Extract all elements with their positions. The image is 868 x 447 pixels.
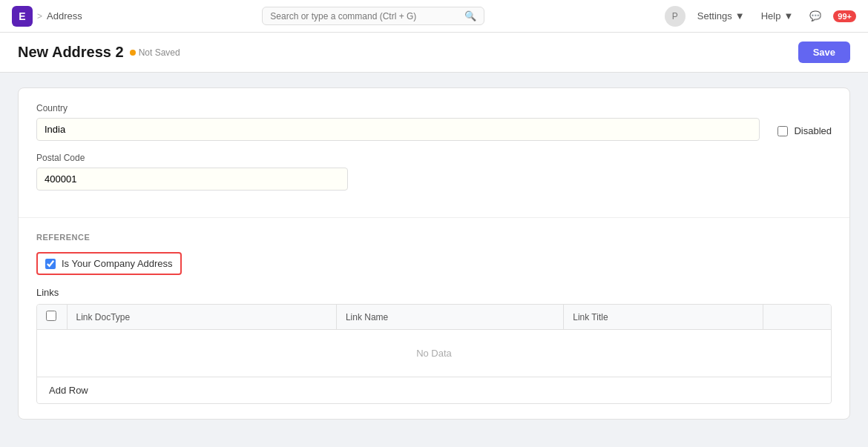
- settings-chevron-icon: ▼: [735, 10, 745, 21]
- navbar-right: P Settings ▼ Help ▼ 💬 99+: [665, 6, 856, 27]
- main-content: Country Disabled Postal Code REFERENCE: [0, 73, 868, 446]
- postal-code-group: Postal Code: [36, 153, 832, 191]
- country-section: Country Disabled Postal Code: [19, 88, 849, 217]
- country-label: Country: [36, 103, 760, 113]
- col-check: [37, 305, 67, 330]
- help-chevron-icon: ▼: [783, 10, 793, 21]
- status-dot: [130, 50, 136, 56]
- no-data-row: No Data: [37, 330, 831, 377]
- postal-code-input[interactable]: [36, 168, 348, 191]
- is-company-address-checkbox[interactable]: [45, 259, 56, 269]
- links-table: Link DocType Link Name Link Title No Dat…: [37, 305, 831, 377]
- form-card: Country Disabled Postal Code REFERENCE: [18, 87, 850, 420]
- breadcrumb[interactable]: Address: [47, 10, 82, 21]
- country-input[interactable]: [36, 118, 760, 141]
- country-row: Country Disabled: [36, 103, 832, 141]
- add-row-button[interactable]: Add Row: [37, 377, 831, 403]
- comments-icon: 💬: [809, 10, 821, 21]
- help-button[interactable]: Help ▼: [757, 7, 798, 24]
- no-data-cell: No Data: [37, 330, 831, 377]
- page-title-row: New Address 2 Not Saved: [18, 44, 180, 61]
- search-bar[interactable]: 🔍: [262, 7, 484, 25]
- app-icon: E: [12, 6, 33, 27]
- search-icon: 🔍: [464, 10, 476, 21]
- navbar-left: E > Address: [12, 6, 82, 27]
- col-extra: [763, 305, 831, 330]
- is-company-address-label: Is Your Company Address: [62, 258, 173, 269]
- navbar-center: 🔍: [82, 7, 665, 25]
- navbar: E > Address 🔍 P Settings ▼ Help ▼ 💬 99+: [0, 0, 868, 33]
- disabled-label: Disabled: [794, 125, 832, 136]
- comments-button[interactable]: 💬: [805, 7, 826, 24]
- status-text: Not Saved: [139, 47, 180, 58]
- disabled-group: Disabled: [777, 103, 832, 141]
- postal-code-row: Postal Code: [36, 153, 832, 191]
- avatar: P: [665, 6, 685, 27]
- table-header-row: Link DocType Link Name Link Title: [37, 305, 831, 330]
- company-address-checkbox-wrapper: Is Your Company Address: [36, 252, 182, 275]
- page-title: New Address 2: [18, 44, 124, 61]
- col-link-title: Link Title: [564, 305, 763, 330]
- col-link-doctype: Link DocType: [67, 305, 336, 330]
- page-header: New Address 2 Not Saved Save: [0, 33, 868, 73]
- help-label: Help: [761, 10, 781, 21]
- col-link-name: Link Name: [336, 305, 563, 330]
- select-all-checkbox[interactable]: [46, 311, 56, 321]
- reference-section: REFERENCE Is Your Company Address Links …: [19, 218, 849, 419]
- links-label: Links: [36, 287, 832, 298]
- settings-label: Settings: [697, 10, 732, 21]
- disabled-checkbox[interactable]: [777, 126, 788, 136]
- country-group: Country: [36, 103, 760, 141]
- save-button[interactable]: Save: [798, 42, 850, 63]
- links-table-wrapper: Link DocType Link Name Link Title No Dat…: [36, 304, 832, 404]
- settings-button[interactable]: Settings ▼: [693, 7, 749, 24]
- notification-badge[interactable]: 99+: [833, 10, 856, 22]
- status-badge: Not Saved: [130, 47, 180, 58]
- breadcrumb-separator: >: [37, 11, 42, 21]
- search-input[interactable]: [270, 11, 464, 21]
- reference-section-title: REFERENCE: [36, 233, 832, 242]
- postal-code-label: Postal Code: [36, 153, 832, 163]
